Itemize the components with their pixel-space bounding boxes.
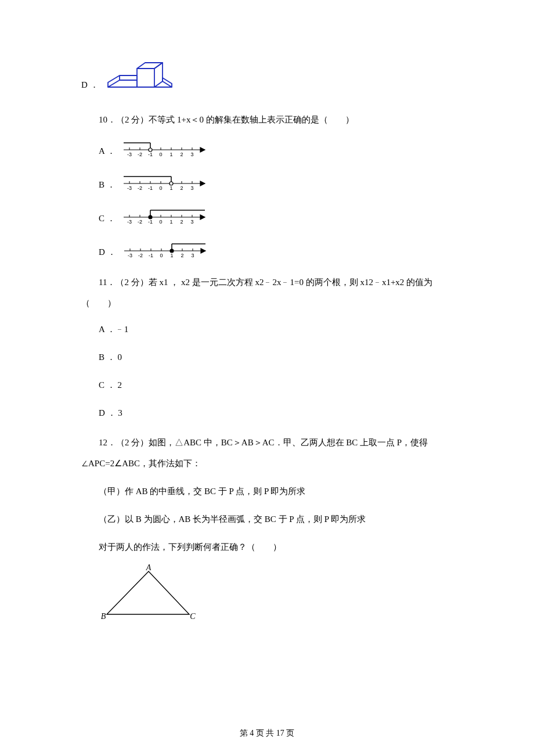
- svg-marker-58: [201, 249, 205, 253]
- triangle-label-c: C: [190, 612, 196, 621]
- q10-option-d: D ． -3-2-1 0: [81, 238, 453, 259]
- q9-optd-label: D ．: [81, 80, 99, 93]
- q11-option-d: D ． 3: [81, 404, 453, 422]
- svg-text:3: 3: [190, 152, 193, 157]
- q10-option-c: C ． -3-2-1 0: [81, 204, 453, 225]
- svg-text:3: 3: [191, 253, 194, 258]
- q12-text1: 12．（2 分）如图，△ABC 中，BC＞AB＞AC．甲、乙两人想在 BC 上取…: [81, 432, 453, 474]
- svg-text:-1: -1: [148, 185, 153, 191]
- number-line-icon: -3-2-1 0123: [119, 137, 212, 158]
- q11-option-b: B ． 0: [81, 348, 453, 366]
- svg-text:0: 0: [159, 185, 162, 191]
- svg-text:1: 1: [169, 152, 172, 157]
- number-line-icon: -3-2-1 0123: [120, 238, 212, 259]
- svg-text:2: 2: [181, 253, 183, 258]
- svg-text:2: 2: [180, 219, 183, 225]
- svg-text:2: 2: [180, 185, 183, 191]
- q10-optd-label: D ．: [99, 247, 116, 259]
- q10-text: 10．（2 分）不等式 1+x＜0 的解集在数轴上表示正确的是（ ）: [81, 109, 453, 130]
- svg-text:-3: -3: [128, 253, 132, 258]
- svg-text:3: 3: [190, 185, 193, 191]
- svg-marker-39: [200, 215, 205, 219]
- svg-text:-2: -2: [138, 185, 142, 191]
- triangle-label-a: A: [146, 564, 151, 572]
- triangle-label-b: B: [101, 612, 106, 621]
- q9-optd-figure-3d-blocks: [103, 58, 179, 93]
- q12-text1-content: 12．（2 分）如图，△ABC 中，BC＞AB＞AC．甲、乙两人想在 BC 上取…: [81, 438, 428, 468]
- svg-text:-3: -3: [127, 219, 132, 225]
- svg-text:0: 0: [159, 152, 162, 157]
- svg-text:0: 0: [159, 219, 162, 225]
- svg-text:1: 1: [169, 219, 172, 225]
- svg-text:-2: -2: [138, 253, 143, 258]
- q10-optb-label: B ．: [99, 179, 116, 192]
- svg-text:0: 0: [160, 253, 163, 258]
- svg-text:-2: -2: [138, 152, 142, 157]
- q10-opta-label: A ．: [99, 146, 116, 158]
- q11-option-a: A ．﹣1: [81, 321, 453, 338]
- q9-option-d: D ．: [81, 58, 453, 93]
- svg-marker-20: [200, 181, 205, 186]
- q11-text-content: 11．（2 分）若 x1 ， x2 是一元二次方程 x2﹣2x﹣1=0 的两个根…: [81, 278, 432, 308]
- svg-text:2: 2: [180, 152, 183, 157]
- svg-marker-1: [200, 147, 205, 152]
- q12-text4: 对于两人的作法，下列判断何者正确？（ ）: [81, 537, 453, 557]
- svg-text:-1: -1: [148, 152, 153, 157]
- svg-text:1: 1: [170, 253, 173, 258]
- q11-text: 11．（2 分）若 x1 ， x2 是一元二次方程 x2﹣2x﹣1=0 的两个根…: [81, 272, 453, 314]
- q10-option-b: B ． -3-2-1 0: [81, 171, 453, 192]
- q10-option-a: A ． -3-2-1: [81, 137, 453, 158]
- q10-optc-label: C ．: [99, 213, 116, 225]
- svg-text:3: 3: [190, 219, 193, 225]
- page-footer: 第 4 页 共 17 页: [0, 728, 534, 739]
- number-line-icon: -3-2-1 0123: [119, 204, 212, 225]
- q12-triangle-figure: A B C: [81, 564, 453, 625]
- svg-text:-3: -3: [127, 152, 132, 157]
- q11-option-c: C ． 2: [81, 376, 453, 394]
- q12-text2: （甲）作 AB 的中垂线，交 BC 于 P 点，则 P 即为所求: [81, 481, 453, 502]
- svg-text:-1: -1: [149, 253, 153, 258]
- svg-text:1: 1: [169, 185, 172, 191]
- q12-text3: （乙）以 B 为圆心，AB 长为半径画弧，交 BC 于 P 点，则 P 即为所求: [81, 509, 453, 530]
- svg-text:-2: -2: [138, 219, 142, 225]
- svg-marker-76: [107, 571, 189, 614]
- svg-text:-1: -1: [148, 219, 153, 225]
- svg-text:-3: -3: [127, 185, 132, 191]
- number-line-icon: -3-2-1 0123: [119, 171, 212, 192]
